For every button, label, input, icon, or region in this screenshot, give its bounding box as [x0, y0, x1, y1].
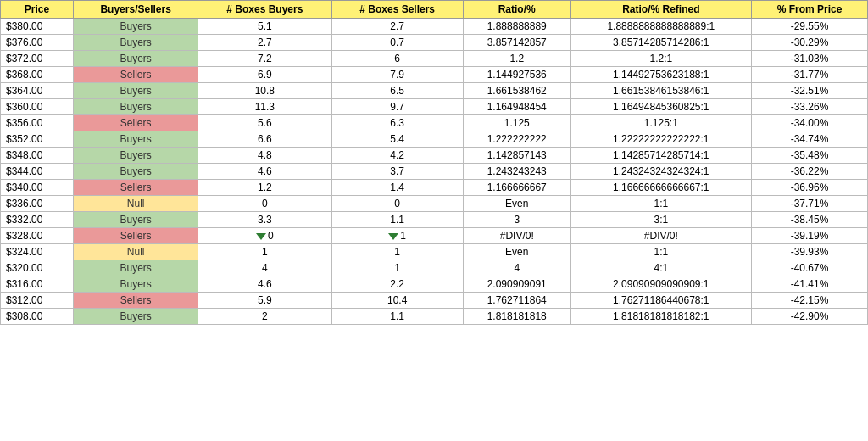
ratio-cell: 4 [463, 260, 570, 276]
side-cell: Sellers [74, 293, 198, 309]
table-row: $312.00Sellers5.910.41.7627118641.762711… [1, 293, 868, 309]
ratio-refined-cell: #DIV/0! [570, 228, 751, 244]
from-price-cell: -39.19% [752, 228, 868, 244]
ratio-refined-cell: 1.16666666666667:1 [570, 180, 751, 196]
boxes-buyers-cell: 10.8 [198, 83, 331, 99]
table-row: $332.00Buyers3.31.133:1-38.45% [1, 212, 868, 228]
flag-icon [256, 233, 266, 240]
table-row: $372.00Buyers7.261.21.2:1-31.03% [1, 51, 868, 67]
table-row: $316.00Buyers4.62.22.0909090912.09090909… [1, 276, 868, 293]
boxes-buyers-cell: 2 [198, 309, 331, 325]
ratio-refined-cell: 1.22222222222222:1 [570, 131, 751, 148]
boxes-sellers-cell: 1.4 [331, 180, 463, 196]
from-price-cell: -32.51% [752, 83, 868, 99]
from-price-cell: -31.03% [752, 51, 868, 67]
boxes-buyers-cell: 6.9 [198, 67, 331, 83]
boxes-sellers-cell: 5.4 [331, 131, 463, 148]
boxes-sellers-cell: 4.2 [331, 148, 463, 164]
ratio-cell: 1.222222222 [463, 131, 570, 148]
price-cell: $376.00 [1, 35, 74, 51]
boxes-sellers-cell: 1.1 [331, 309, 463, 325]
column-header: Buyers/Sellers [74, 1, 198, 19]
boxes-buyers-cell: 3.3 [198, 212, 331, 228]
table-row: $364.00Buyers10.86.51.6615384621.6615384… [1, 83, 868, 99]
from-price-cell: -34.74% [752, 131, 868, 148]
ratio-cell: #DIV/0! [463, 228, 570, 244]
from-price-cell: -35.48% [752, 148, 868, 164]
ratio-refined-cell: 4:1 [570, 260, 751, 276]
side-cell: Null [74, 196, 198, 212]
side-cell: Buyers [74, 276, 198, 293]
ratio-cell: 1.144927536 [463, 67, 570, 83]
from-price-cell: -33.26% [752, 99, 868, 115]
price-cell: $324.00 [1, 244, 74, 260]
boxes-sellers-cell: 1 [331, 228, 463, 244]
boxes-sellers-cell: 2.7 [331, 19, 463, 35]
ratio-cell: 1.888888889 [463, 19, 570, 35]
boxes-buyers-cell: 0 [198, 196, 331, 212]
ratio-cell: 1.2 [463, 51, 570, 67]
from-price-cell: -29.55% [752, 19, 868, 35]
ratio-cell: 1.166666667 [463, 180, 570, 196]
price-cell: $352.00 [1, 131, 74, 148]
from-price-cell: -36.22% [752, 164, 868, 180]
column-header: Ratio/% Refined [570, 1, 751, 19]
ratio-cell: 1.818181818 [463, 309, 570, 325]
column-header: Price [1, 1, 74, 19]
boxes-sellers-cell: 3.7 [331, 164, 463, 180]
side-cell: Buyers [74, 212, 198, 228]
ratio-refined-cell: 1.24324324324324:1 [570, 164, 751, 180]
table-row: $340.00Sellers1.21.41.1666666671.1666666… [1, 180, 868, 196]
price-cell: $340.00 [1, 180, 74, 196]
boxes-buyers-cell: 4.6 [198, 164, 331, 180]
boxes-sellers-cell: 9.7 [331, 99, 463, 115]
table-row: $348.00Buyers4.84.21.1428571431.14285714… [1, 148, 868, 164]
boxes-sellers-cell: 1.1 [331, 212, 463, 228]
boxes-sellers-cell: 2.2 [331, 276, 463, 293]
price-cell: $344.00 [1, 164, 74, 180]
ratio-refined-cell: 1.66153846153846:1 [570, 83, 751, 99]
boxes-buyers-cell: 6.6 [198, 131, 331, 148]
ratio-refined-cell: 1.14285714285714:1 [570, 148, 751, 164]
side-cell: Buyers [74, 19, 198, 35]
boxes-sellers-cell: 6 [331, 51, 463, 67]
from-price-cell: -39.93% [752, 244, 868, 260]
price-cell: $320.00 [1, 260, 74, 276]
ratio-refined-cell: 3:1 [570, 212, 751, 228]
ratio-refined-cell: 1.8888888888888889:1 [570, 19, 751, 35]
boxes-buyers-cell: 5.9 [198, 293, 331, 309]
table-row: $324.00Null11Even1:1-39.93% [1, 244, 868, 260]
from-price-cell: -42.15% [752, 293, 868, 309]
ratio-cell: 1.762711864 [463, 293, 570, 309]
boxes-sellers-cell: 1 [331, 260, 463, 276]
table-row: $344.00Buyers4.63.71.2432432431.24324324… [1, 164, 868, 180]
boxes-sellers-cell: 10.4 [331, 293, 463, 309]
from-price-cell: -30.29% [752, 35, 868, 51]
boxes-sellers-cell: 6.5 [331, 83, 463, 99]
boxes-buyers-cell: 7.2 [198, 51, 331, 67]
boxes-buyers-cell: 1.2 [198, 180, 331, 196]
from-price-cell: -34.00% [752, 115, 868, 131]
table-row: $376.00Buyers2.70.73.8571428573.85714285… [1, 35, 868, 51]
side-cell: Buyers [74, 35, 198, 51]
column-header: Ratio/% [463, 1, 570, 19]
table-row: $352.00Buyers6.65.41.2222222221.22222222… [1, 131, 868, 148]
from-price-cell: -36.96% [752, 180, 868, 196]
boxes-buyers-cell: 1 [198, 244, 331, 260]
boxes-buyers-cell: 4 [198, 260, 331, 276]
boxes-sellers-cell: 1 [331, 244, 463, 260]
ratio-cell: Even [463, 244, 570, 260]
from-price-cell: -40.67% [752, 260, 868, 276]
table-row: $320.00Buyers4144:1-40.67% [1, 260, 868, 276]
from-price-cell: -37.71% [752, 196, 868, 212]
boxes-buyers-cell: 2.7 [198, 35, 331, 51]
side-cell: Buyers [74, 51, 198, 67]
price-cell: $380.00 [1, 19, 74, 35]
table-row: $356.00Sellers5.66.31.1251.125:1-34.00% [1, 115, 868, 131]
table-row: $368.00Sellers6.97.91.1449275361.1449275… [1, 67, 868, 83]
ratio-refined-cell: 1:1 [570, 196, 751, 212]
side-cell: Buyers [74, 99, 198, 115]
ratio-cell: 1.661538462 [463, 83, 570, 99]
side-cell: Buyers [74, 148, 198, 164]
from-price-cell: -41.41% [752, 276, 868, 293]
